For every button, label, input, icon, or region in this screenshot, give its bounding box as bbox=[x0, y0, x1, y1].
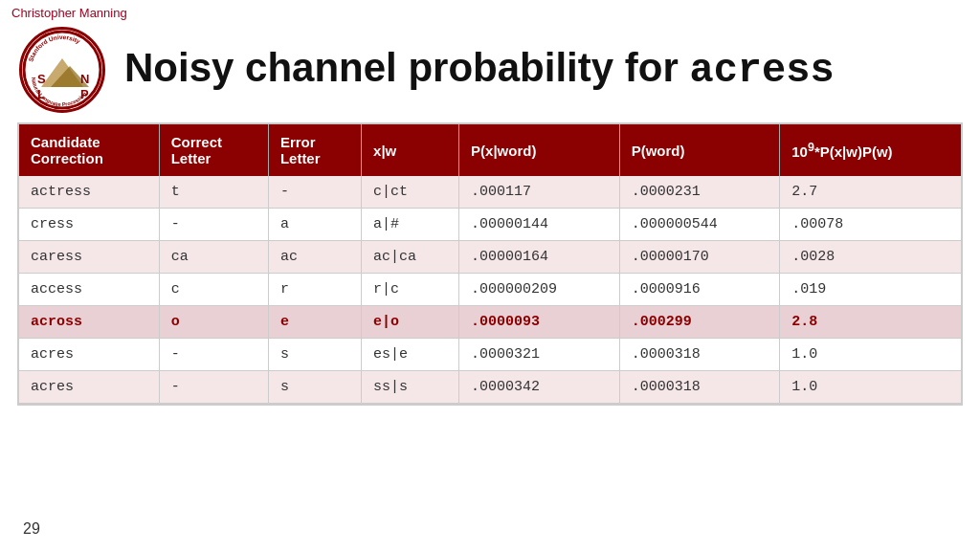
table-row: actresst-c|ct.000117.00002312.7 bbox=[19, 176, 961, 209]
svg-text:S: S bbox=[37, 72, 46, 86]
result-cell: .0028 bbox=[780, 241, 961, 274]
pword-cell: .0000231 bbox=[619, 176, 780, 209]
header-candidate: CandidateCorrection bbox=[19, 124, 159, 176]
header-pxword: P(x|word) bbox=[459, 124, 620, 176]
probability-table: CandidateCorrection CorrectLetter ErrorL… bbox=[19, 124, 961, 404]
candidate-cell: acres bbox=[19, 371, 159, 404]
xw-cell: ss|s bbox=[362, 371, 459, 404]
candidate-cell: across bbox=[19, 306, 159, 339]
error-letter-cell: a bbox=[268, 209, 361, 241]
author-label: Christopher Manning bbox=[11, 6, 127, 20]
error-letter-cell: - bbox=[268, 176, 361, 209]
pxword-cell: .0000342 bbox=[459, 371, 620, 404]
pxword-cell: .000000209 bbox=[459, 274, 620, 306]
candidate-cell: acres bbox=[19, 339, 159, 371]
xw-cell: a|# bbox=[362, 209, 459, 241]
candidate-cell: cress bbox=[19, 209, 159, 241]
correct-letter-cell: - bbox=[159, 339, 268, 371]
title-prefix: Noisy channel probability for bbox=[124, 45, 689, 90]
correct-letter-cell: - bbox=[159, 209, 268, 241]
pxword-cell: .00000144 bbox=[459, 209, 620, 241]
candidate-cell: caress bbox=[19, 241, 159, 274]
main-table-container: CandidateCorrection CorrectLetter ErrorL… bbox=[17, 122, 963, 406]
correct-letter-cell: c bbox=[159, 274, 268, 306]
error-letter-cell: e bbox=[268, 306, 361, 339]
pxword-cell: .00000164 bbox=[459, 241, 620, 274]
candidate-cell: actress bbox=[19, 176, 159, 209]
candidate-cell: access bbox=[19, 274, 159, 306]
title-word: acress bbox=[689, 48, 834, 94]
stanford-logo: S N L P Stanford University Natural Lang… bbox=[19, 27, 105, 113]
error-letter-cell: s bbox=[268, 371, 361, 404]
pword-cell: .000299 bbox=[619, 306, 780, 339]
svg-text:N: N bbox=[80, 72, 89, 86]
table-row: acres-ses|e.0000321.00003181.0 bbox=[19, 339, 961, 371]
result-cell: .00078 bbox=[780, 209, 961, 241]
correct-letter-cell: - bbox=[159, 371, 268, 404]
table-row: acres-sss|s.0000342.00003181.0 bbox=[19, 371, 961, 404]
header-area: S N L P Stanford University Natural Lang… bbox=[0, 10, 980, 122]
correct-letter-cell: t bbox=[159, 176, 268, 209]
header-correct-letter: CorrectLetter bbox=[159, 124, 268, 176]
pword-cell: .0000318 bbox=[619, 371, 780, 404]
header-xw: x|w bbox=[362, 124, 459, 176]
pxword-cell: .0000093 bbox=[459, 306, 620, 339]
error-letter-cell: s bbox=[268, 339, 361, 371]
pxword-cell: .000117 bbox=[459, 176, 620, 209]
table-row: caresscaacac|ca.00000164.00000170.0028 bbox=[19, 241, 961, 274]
xw-cell: c|ct bbox=[362, 176, 459, 209]
table-body: actresst-c|ct.000117.00002312.7cress-aa|… bbox=[19, 176, 961, 404]
correct-letter-cell: o bbox=[159, 306, 268, 339]
result-cell: 2.8 bbox=[780, 306, 961, 339]
header-error-letter: ErrorLetter bbox=[268, 124, 361, 176]
pxword-cell: .0000321 bbox=[459, 339, 620, 371]
table-row: accesscrr|c.000000209.0000916.019 bbox=[19, 274, 961, 306]
header-pword: P(word) bbox=[619, 124, 780, 176]
result-cell: 1.0 bbox=[780, 339, 961, 371]
table-row: acrossoee|o.0000093.0002992.8 bbox=[19, 306, 961, 339]
page-title: Noisy channel probability for acress bbox=[124, 46, 835, 93]
error-letter-cell: r bbox=[268, 274, 361, 306]
pword-cell: .0000916 bbox=[619, 274, 780, 306]
xw-cell: ac|ca bbox=[362, 241, 459, 274]
result-cell: 1.0 bbox=[780, 371, 961, 404]
header-result: 109*P(x|w)P(w) bbox=[780, 124, 961, 176]
error-letter-cell: ac bbox=[268, 241, 361, 274]
pword-cell: .000000544 bbox=[619, 209, 780, 241]
result-cell: .019 bbox=[780, 274, 961, 306]
pword-cell: .00000170 bbox=[619, 241, 780, 274]
pword-cell: .0000318 bbox=[619, 339, 780, 371]
xw-cell: es|e bbox=[362, 339, 459, 371]
xw-cell: r|c bbox=[362, 274, 459, 306]
xw-cell: e|o bbox=[362, 306, 459, 339]
page-number: 29 bbox=[23, 520, 40, 538]
correct-letter-cell: ca bbox=[159, 241, 268, 274]
result-cell: 2.7 bbox=[780, 176, 961, 209]
table-header-row: CandidateCorrection CorrectLetter ErrorL… bbox=[19, 124, 961, 176]
table-row: cress-aa|#.00000144.000000544.00078 bbox=[19, 209, 961, 241]
